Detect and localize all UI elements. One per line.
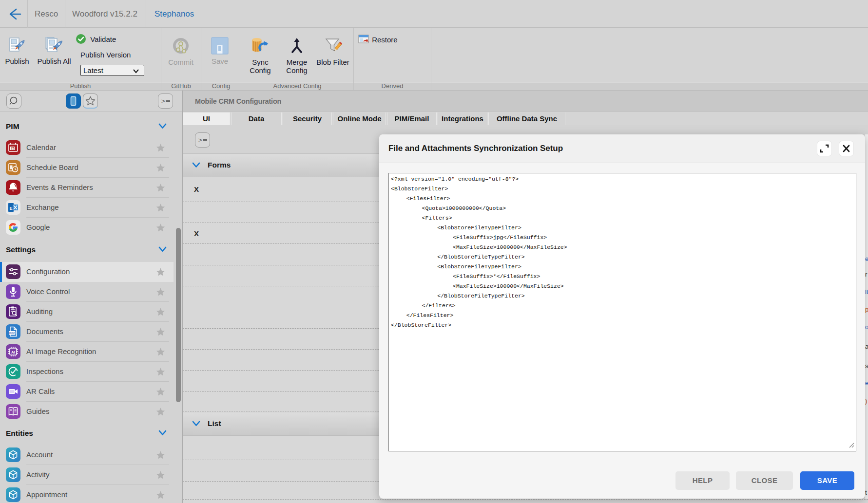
svg-text:E: E: [9, 206, 12, 211]
svg-text:25: 25: [11, 147, 15, 150]
svg-text:AI: AI: [11, 350, 15, 354]
svg-text:DOC: DOC: [9, 332, 15, 335]
